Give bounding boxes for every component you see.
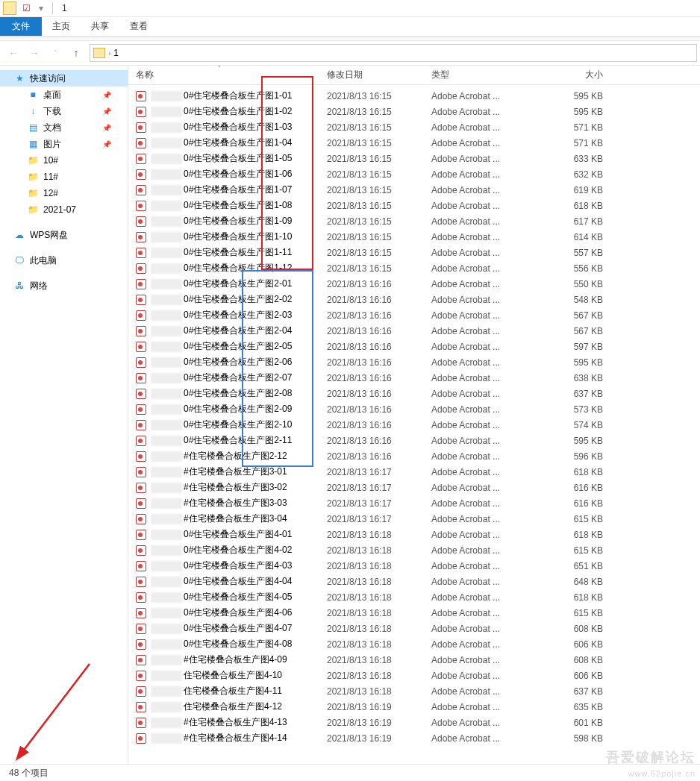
- file-tab[interactable]: 文件: [0, 17, 42, 36]
- sidebar-item-下载[interactable]: ↓下载📌: [0, 103, 128, 119]
- tab-share[interactable]: 共享: [81, 17, 119, 36]
- breadcrumb[interactable]: › 1: [90, 44, 697, 62]
- file-row[interactable]: 0#住宅楼叠合板生产图2-012021/8/13 16:16Adobe Acro…: [128, 276, 700, 292]
- redacted-prefix: [151, 624, 182, 634]
- redacted-prefix: [151, 216, 182, 227]
- file-row[interactable]: 0#住宅楼叠合板生产图4-062021/8/13 16:18Adobe Acro…: [128, 605, 700, 621]
- redacted-prefix: [151, 436, 182, 446]
- up-button[interactable]: ↑: [66, 43, 87, 63]
- column-date[interactable]: 修改日期: [327, 69, 431, 81]
- file-row[interactable]: #住宅楼叠合板生产图3-012021/8/13 16:17Adobe Acrob…: [128, 464, 700, 480]
- watermark: 吾爱破解论坛: [606, 748, 696, 766]
- pdf-icon: [136, 295, 151, 305]
- file-row[interactable]: #住宅楼叠合板生产图3-022021/8/13 16:17Adobe Acrob…: [128, 480, 700, 495]
- redacted-prefix: [151, 295, 182, 305]
- file-type: Adobe Acrobat ...: [431, 561, 543, 571]
- file-row[interactable]: 0#住宅楼叠合板生产图1-102021/8/13 16:15Adobe Acro…: [128, 229, 700, 245]
- back-button[interactable]: ←: [3, 43, 24, 63]
- file-row[interactable]: 0#住宅楼叠合板生产图2-052021/8/13 16:16Adobe Acro…: [128, 339, 700, 354]
- file-row[interactable]: 住宅楼叠合板生产图4-102021/8/13 16:18Adobe Acroba…: [128, 668, 700, 683]
- file-row[interactable]: #住宅楼叠合板生产图4-132021/8/13 16:19Adobe Acrob…: [128, 715, 700, 730]
- file-row[interactable]: 0#住宅楼叠合板生产图2-022021/8/13 16:16Adobe Acro…: [128, 292, 700, 307]
- file-date: 2021/8/13 16:18: [327, 639, 431, 650]
- file-row[interactable]: 0#住宅楼叠合板生产图4-012021/8/13 16:18Adobe Acro…: [128, 527, 700, 542]
- desktop-icon: ■: [27, 89, 39, 101]
- file-row[interactable]: 0#住宅楼叠合板生产图1-022021/8/13 16:15Adobe Acro…: [128, 104, 700, 119]
- sidebar-item-2021-07[interactable]: 📁2021-07: [0, 201, 128, 218]
- file-row[interactable]: #住宅楼叠合板生产图3-042021/8/13 16:17Adobe Acrob…: [128, 511, 700, 527]
- pdf-icon: [136, 404, 151, 415]
- redacted-prefix: [151, 232, 182, 242]
- sidebar-item-label: 2021-07: [43, 204, 76, 215]
- sidebar-item-10#[interactable]: 📁10#: [0, 152, 128, 169]
- navigation-pane: ★ 快速访问 ■桌面📌↓下载📌▤文档📌▦图片📌📁10#📁11#📁12#📁2021…: [0, 66, 128, 764]
- file-row[interactable]: 0#住宅楼叠合板生产图4-032021/8/13 16:18Adobe Acro…: [128, 558, 700, 574]
- file-row[interactable]: 0#住宅楼叠合板生产图2-092021/8/13 16:16Adobe Acro…: [128, 401, 700, 417]
- tab-view[interactable]: 查看: [119, 17, 158, 36]
- file-date: 2021/8/13 16:15: [327, 169, 431, 180]
- title-bar: ☑ ▾ 1: [0, 0, 700, 17]
- file-row[interactable]: 0#住宅楼叠合板生产图2-072021/8/13 16:16Adobe Acro…: [128, 370, 700, 386]
- file-row[interactable]: 0#住宅楼叠合板生产图1-012021/8/13 16:15Adobe Acro…: [128, 88, 700, 104]
- file-row[interactable]: 0#住宅楼叠合板生产图4-052021/8/13 16:18Adobe Acro…: [128, 589, 700, 605]
- file-row[interactable]: 住宅楼叠合板生产图4-122021/8/13 16:19Adobe Acroba…: [128, 699, 700, 715]
- file-row[interactable]: 0#住宅楼叠合板生产图4-022021/8/13 16:18Adobe Acro…: [128, 542, 700, 558]
- qat-more-icon[interactable]: ▾: [34, 1, 48, 15]
- file-row[interactable]: 0#住宅楼叠合板生产图2-102021/8/13 16:16Adobe Acro…: [128, 417, 700, 433]
- sidebar-item-桌面[interactable]: ■桌面📌: [0, 87, 128, 103]
- file-type: Adobe Acrobat ...: [431, 608, 543, 618]
- column-name[interactable]: 名称 ˄: [136, 69, 327, 81]
- redacted-prefix: [151, 389, 182, 399]
- file-row[interactable]: 0#住宅楼叠合板生产图1-122021/8/13 16:15Adobe Acro…: [128, 260, 700, 276]
- file-row[interactable]: 0#住宅楼叠合板生产图4-082021/8/13 16:18Adobe Acro…: [128, 636, 700, 652]
- redacted-prefix: [151, 404, 182, 415]
- tab-home[interactable]: 主页: [42, 17, 81, 36]
- forward-button[interactable]: →: [24, 43, 45, 63]
- sidebar-item-11#[interactable]: 📁11#: [0, 169, 128, 185]
- file-row[interactable]: 0#住宅楼叠合板生产图1-032021/8/13 16:15Adobe Acro…: [128, 119, 700, 135]
- sidebar-item-图片[interactable]: ▦图片📌: [0, 136, 128, 152]
- file-date: 2021/8/13 16:16: [327, 357, 431, 368]
- file-row[interactable]: 0#住宅楼叠合板生产图1-052021/8/13 16:15Adobe Acro…: [128, 151, 700, 166]
- file-row[interactable]: 0#住宅楼叠合板生产图1-092021/8/13 16:15Adobe Acro…: [128, 213, 700, 229]
- file-row[interactable]: 0#住宅楼叠合板生产图4-072021/8/13 16:18Adobe Acro…: [128, 621, 700, 636]
- breadcrumb-folder[interactable]: 1: [113, 48, 119, 58]
- file-row[interactable]: 住宅楼叠合板生产图4-112021/8/13 16:18Adobe Acroba…: [128, 683, 700, 699]
- file-row[interactable]: 0#住宅楼叠合板生产图1-062021/8/13 16:15Adobe Acro…: [128, 166, 700, 182]
- qat-dropdown-icon[interactable]: ☑: [19, 1, 33, 15]
- sidebar-item-文档[interactable]: ▤文档📌: [0, 119, 128, 136]
- file-size: 616 KB: [543, 483, 603, 493]
- file-row[interactable]: 0#住宅楼叠合板生产图2-062021/8/13 16:16Adobe Acro…: [128, 354, 700, 370]
- pdf-icon: [136, 169, 151, 180]
- file-list[interactable]: 0#住宅楼叠合板生产图1-012021/8/13 16:15Adobe Acro…: [128, 85, 700, 764]
- sidebar-this-pc[interactable]: 🖵 此电脑: [0, 252, 128, 269]
- file-row[interactable]: 0#住宅楼叠合板生产图2-082021/8/13 16:16Adobe Acro…: [128, 386, 700, 401]
- file-row[interactable]: 0#住宅楼叠合板生产图2-112021/8/13 16:16Adobe Acro…: [128, 433, 700, 448]
- divider: [52, 2, 53, 14]
- file-row[interactable]: #住宅楼叠合板生产图4-142021/8/13 16:19Adobe Acrob…: [128, 730, 700, 746]
- file-row[interactable]: 0#住宅楼叠合板生产图2-032021/8/13 16:16Adobe Acro…: [128, 307, 700, 323]
- file-type: Adobe Acrobat ...: [431, 577, 543, 587]
- file-size: 595 KB: [543, 107, 603, 117]
- file-size: 618 KB: [543, 201, 603, 211]
- redacted-prefix: [151, 185, 182, 195]
- sidebar-wps[interactable]: ☁ WPS网盘: [0, 227, 128, 243]
- sidebar-network[interactable]: 🖧 网络: [0, 277, 128, 294]
- file-row[interactable]: 0#住宅楼叠合板生产图1-082021/8/13 16:15Adobe Acro…: [128, 198, 700, 213]
- file-row[interactable]: 0#住宅楼叠合板生产图1-072021/8/13 16:15Adobe Acro…: [128, 182, 700, 198]
- file-row[interactable]: #住宅楼叠合板生产图4-092021/8/13 16:18Adobe Acrob…: [128, 652, 700, 668]
- file-name: 住宅楼叠合板生产图4-11: [151, 685, 327, 697]
- file-row[interactable]: #住宅楼叠合板生产图3-032021/8/13 16:17Adobe Acrob…: [128, 495, 700, 511]
- file-row[interactable]: 0#住宅楼叠合板生产图2-042021/8/13 16:16Adobe Acro…: [128, 323, 700, 339]
- file-type: Adobe Acrobat ...: [431, 639, 543, 650]
- file-row[interactable]: #住宅楼叠合板生产图2-122021/8/13 16:16Adobe Acrob…: [128, 448, 700, 464]
- file-row[interactable]: 0#住宅楼叠合板生产图1-042021/8/13 16:15Adobe Acro…: [128, 135, 700, 151]
- file-type: Adobe Acrobat ...: [431, 185, 543, 195]
- file-row[interactable]: 0#住宅楼叠合板生产图1-112021/8/13 16:15Adobe Acro…: [128, 245, 700, 260]
- column-size[interactable]: 大小: [543, 69, 603, 81]
- sidebar-quick-access[interactable]: ★ 快速访问: [0, 70, 128, 87]
- column-type[interactable]: 类型: [431, 69, 543, 81]
- recent-dropdown-icon[interactable]: ˅: [45, 43, 66, 63]
- file-row[interactable]: 0#住宅楼叠合板生产图4-042021/8/13 16:18Adobe Acro…: [128, 574, 700, 589]
- sidebar-item-12#[interactable]: 📁12#: [0, 185, 128, 201]
